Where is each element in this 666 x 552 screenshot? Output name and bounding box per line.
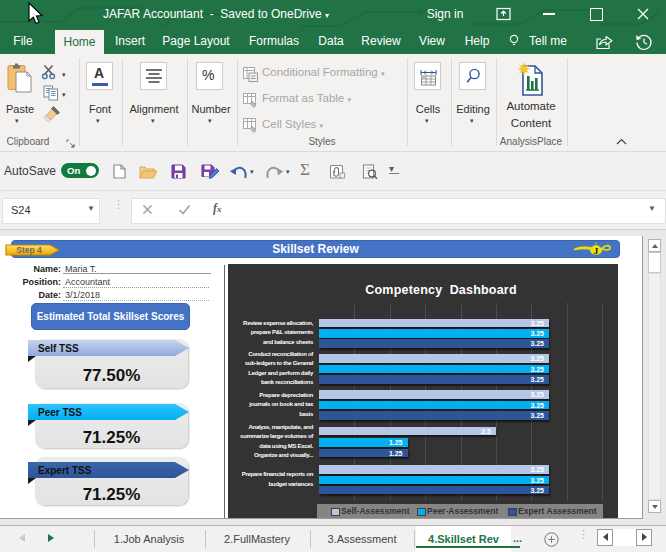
svg-text:Step 4: Step 4 bbox=[16, 245, 42, 255]
svg-text:J: J bbox=[594, 246, 599, 256]
